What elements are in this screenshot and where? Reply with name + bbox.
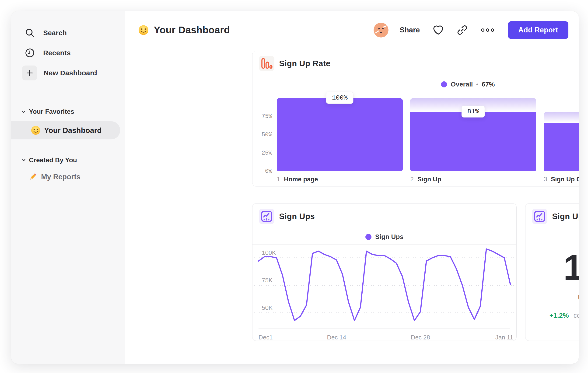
funnel-bar-2[interactable]: 81%2Sign Up (410, 98, 536, 183)
legend-series-label: Overall (451, 81, 473, 88)
funnel-bar-fill (410, 112, 536, 171)
kpi-body: 100K Unique Users +1.2% compared to prev… (525, 229, 579, 319)
link-icon[interactable] (457, 24, 468, 36)
avatar[interactable] (374, 23, 388, 38)
sign-ups-today-card: Sign Ups Today 100K Unique Users +1.2% c… (525, 203, 579, 341)
funnel-legend[interactable]: Overall • 67% (252, 76, 579, 93)
sidebar-item-label: Your Dashboard (44, 126, 102, 135)
kpi-label: Unique Users (525, 293, 579, 302)
sidebar-item-label: New Dashboard (44, 69, 97, 77)
line-x-tick: Dec 28 (411, 334, 430, 341)
funnel-bar-fill (544, 123, 579, 171)
sidebar-item-label: My Reports (41, 173, 81, 181)
funnel-drop-off (544, 112, 579, 123)
card-header: Sign Up Rate (252, 51, 579, 76)
funnel-bar-1[interactable]: 100%1Home page (277, 98, 403, 183)
funnel-step-label: 2Sign Up (410, 176, 536, 183)
legend-value: 67% (482, 81, 495, 88)
funnel-bar-fill (277, 98, 403, 171)
card-title: Sign Ups (279, 212, 315, 221)
funnel-data-label: 81% (462, 106, 485, 118)
line-series (259, 249, 510, 321)
funnel-y-tick: 25% (262, 150, 272, 156)
legend-series-label: Sign Ups (375, 233, 403, 241)
ellipsis-icon[interactable] (480, 28, 495, 33)
line-chart-icon (532, 209, 547, 224)
funnel-chart: 75%50%25%0% 100%1Home page81%2Sign Up82%… (252, 93, 579, 186)
kpi-delta-row: +1.2% compared to previous period (525, 312, 579, 319)
line-x-axis: Dec1Dec 14Dec 28Jan 11 (259, 328, 510, 341)
kpi-delta: +1.2% (549, 312, 569, 319)
app-window: Search Recents New Dashboard (11, 11, 579, 364)
card-header: Sign Ups Today (525, 203, 579, 229)
main-content: Your Dashboard Share (125, 11, 579, 364)
kpi-value: 100K (525, 250, 579, 285)
sidebar-item-your-dashboard[interactable]: Your Dashboard (11, 121, 120, 139)
sidebar-item-search[interactable]: Search (11, 23, 125, 43)
funnel-bars: 100%1Home page81%2Sign Up82%3Sign Up Con… (277, 98, 579, 183)
sidebar-item-label: Search (43, 29, 67, 37)
clock-icon (24, 48, 35, 58)
search-icon (24, 28, 35, 38)
section-header-your-favorites[interactable]: Your Favorites (11, 105, 125, 118)
dashboard-title-wrap: Your Dashboard (138, 20, 230, 40)
sidebar-item-my-reports[interactable]: My Reports (11, 169, 125, 185)
line-x-tick: Jan 11 (495, 334, 513, 341)
sidebar: Search Recents New Dashboard (11, 11, 125, 364)
legend-dot (441, 81, 447, 87)
funnel-step-label: 3Sign Up Confirmation (544, 176, 579, 183)
funnel-step-label: 1Home page (277, 176, 403, 183)
line-x-tick: Dec 14 (327, 334, 346, 341)
funnel-y-tick: 50% (262, 131, 272, 138)
sidebar-item-new-dashboard[interactable]: New Dashboard (11, 63, 125, 83)
plus-icon (22, 66, 37, 81)
smiley-emoji (31, 126, 40, 135)
kpi-delta-note: compared to previous period (574, 312, 579, 319)
funnel-y-tick: 75% (262, 113, 272, 120)
section-label: Your Favorites (29, 108, 74, 115)
chevron-down-icon (21, 157, 27, 163)
smiley-emoji (138, 25, 149, 35)
card-header: Sign Ups (252, 203, 516, 229)
sidebar-item-recents[interactable]: Recents (11, 43, 125, 63)
heart-icon[interactable] (432, 24, 444, 36)
sign-ups-card: Sign Ups Sign Ups 100K75K50K Dec1Dec 14D… (252, 203, 517, 341)
share-button[interactable]: Share (400, 26, 420, 34)
sidebar-section-created-by-you: Created By You My Reports (11, 154, 125, 185)
line-plot: 100K75K50K (259, 244, 510, 324)
sign-up-rate-card: Sign Up Rate Overall • 67% 75%50%25%0% (252, 51, 579, 186)
funnel-y-tick: 0% (265, 168, 272, 175)
line-chart[interactable]: 100K75K50K Dec1Dec 14Dec 28Jan 11 (252, 244, 516, 341)
chevron-down-icon (21, 109, 27, 115)
funnel-y-axis: 75%50%25%0% (252, 98, 272, 171)
funnel-data-label: 100% (326, 92, 353, 104)
card-title: Sign Up Rate (279, 59, 330, 68)
line-chart-icon (259, 209, 274, 224)
legend-separator: • (476, 81, 479, 88)
page-title: Your Dashboard (154, 24, 230, 36)
line-x-tick: Dec1 (259, 334, 273, 341)
dashboard-header: Your Dashboard Share (125, 20, 579, 40)
add-report-button[interactable]: Add Report (508, 21, 568, 39)
funnel-chart-icon (259, 56, 274, 71)
line-legend[interactable]: Sign Ups (252, 229, 516, 244)
section-header-created-by-you[interactable]: Created By You (11, 154, 125, 166)
card-title: Sign Ups Today (552, 212, 579, 221)
section-label: Created By You (29, 156, 77, 164)
funnel-bar-3[interactable]: 82%3Sign Up Confirmation (544, 98, 579, 183)
sidebar-item-label: Recents (43, 49, 71, 57)
header-actions: Share A (374, 20, 568, 40)
pencil-emoji (28, 172, 37, 181)
sidebar-section-favorites: Your Favorites Your Dashboard (11, 105, 125, 139)
legend-dot (365, 234, 371, 240)
